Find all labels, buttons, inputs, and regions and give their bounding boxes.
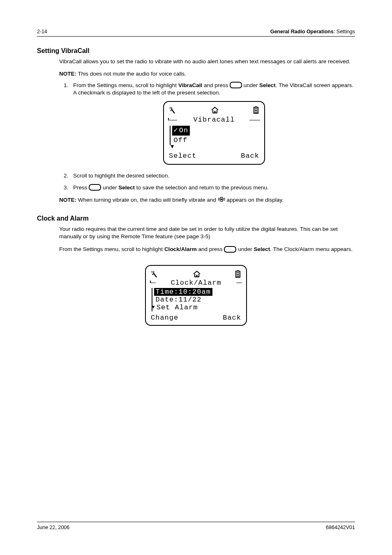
- svg-rect-7: [255, 108, 257, 109]
- note-label: NOTE:: [59, 71, 76, 77]
- radio-screen: Clock/Alarm Time:10:20am Date:11/22 ▼ Se…: [145, 265, 247, 326]
- signal-icon: [151, 270, 159, 278]
- screen-title: Vibracall: [169, 115, 259, 124]
- svg-rect-21: [237, 276, 239, 276]
- vibracall-intro: VibraCall allows you to set the radio to…: [59, 58, 355, 66]
- svg-point-12: [152, 271, 153, 272]
- softkey-right: Back: [241, 151, 259, 161]
- vibracall-step-1: From the Settings menu, scroll to highli…: [70, 82, 355, 165]
- vibracall-step-2: Scroll to highlight the desired selectio…: [70, 172, 355, 180]
- svg-rect-16: [196, 275, 198, 277]
- clockalarm-intro: Your radio requires that the current tim…: [59, 226, 355, 241]
- svg-line-14: [153, 273, 157, 277]
- svg-rect-11: [221, 198, 222, 200]
- scroll-down-arrow: ▼: [171, 145, 259, 148]
- status-bar: [151, 270, 241, 278]
- svg-rect-9: [255, 112, 257, 113]
- svg-line-2: [171, 109, 175, 113]
- svg-rect-8: [255, 110, 257, 111]
- note-label: NOTE:: [59, 197, 76, 203]
- page-number: 2-14: [37, 29, 47, 35]
- menu-item-off: Off: [172, 136, 189, 145]
- battery-icon: [235, 270, 241, 278]
- screen-title-text: Vibracall: [192, 115, 237, 124]
- svg-point-3: [171, 110, 172, 111]
- vibracall-step-3: Press under Select to save the selection…: [70, 184, 355, 192]
- svg-rect-4: [214, 111, 216, 113]
- svg-point-1: [171, 107, 173, 108]
- clockalarm-screen-illustration: Clock/Alarm Time:10:20am Date:11/22 ▼ Se…: [37, 265, 355, 326]
- running-header: 2-14 General Radio Operations: Settings: [37, 29, 355, 37]
- vibracall-steps: From the Settings menu, scroll to highli…: [59, 82, 355, 192]
- menu-item-date: Date:11/22: [154, 296, 203, 304]
- svg-rect-20: [237, 274, 239, 275]
- menu-item-time: Time:10:20am: [154, 288, 212, 296]
- svg-point-15: [152, 274, 154, 275]
- page-footer: June 22, 2006 6864242V01: [37, 522, 355, 530]
- battery-icon: [253, 106, 259, 114]
- footer-docnum: 6864242V01: [326, 525, 355, 530]
- heading-vibracall: Setting VibraCall: [37, 47, 355, 55]
- footer-date: June 22, 2006: [37, 525, 69, 530]
- header-section: General Radio Operations: Settings: [270, 29, 355, 35]
- svg-rect-19: [237, 272, 239, 273]
- softkey-button-icon: [224, 246, 236, 253]
- svg-point-13: [153, 271, 154, 272]
- radio-screen: Vibracall ✓On Off: [163, 101, 265, 165]
- status-bar: [169, 106, 259, 114]
- clockalarm-instruction: From the Settings menu, scroll to highli…: [59, 246, 355, 253]
- vibrate-icon: [218, 196, 225, 204]
- home-icon: [211, 106, 219, 114]
- softkey-right: Back: [223, 314, 241, 322]
- svg-point-0: [170, 107, 171, 108]
- screen-title: Clock/Alarm: [151, 279, 241, 287]
- header-section-bold: General Radio Operations: [270, 29, 334, 35]
- signal-icon: [169, 106, 177, 114]
- softkey-button-icon: [230, 82, 242, 88]
- screen-title-text: Clock/Alarm: [169, 279, 223, 287]
- softkey-button-icon: [89, 184, 101, 191]
- heading-clockalarm: Clock and Alarm: [37, 215, 355, 222]
- softkey-left: Change: [151, 314, 178, 322]
- vibracall-note-mute: NOTE: This does not mute the audio for v…: [59, 71, 355, 77]
- note-text: This does not mute the audio for voice c…: [76, 71, 186, 77]
- menu-item-on: ✓On: [172, 126, 190, 135]
- vibracall-note-display: NOTE: When turning vibrate on, the radio…: [59, 196, 355, 204]
- header-section-rest: : Settings: [334, 29, 355, 35]
- home-icon: [193, 270, 201, 278]
- menu-item-setalarm: Set Alarm: [155, 304, 200, 311]
- softkey-left: Select: [169, 151, 196, 161]
- vibracall-screen-illustration: Vibracall ✓On Off: [73, 101, 355, 165]
